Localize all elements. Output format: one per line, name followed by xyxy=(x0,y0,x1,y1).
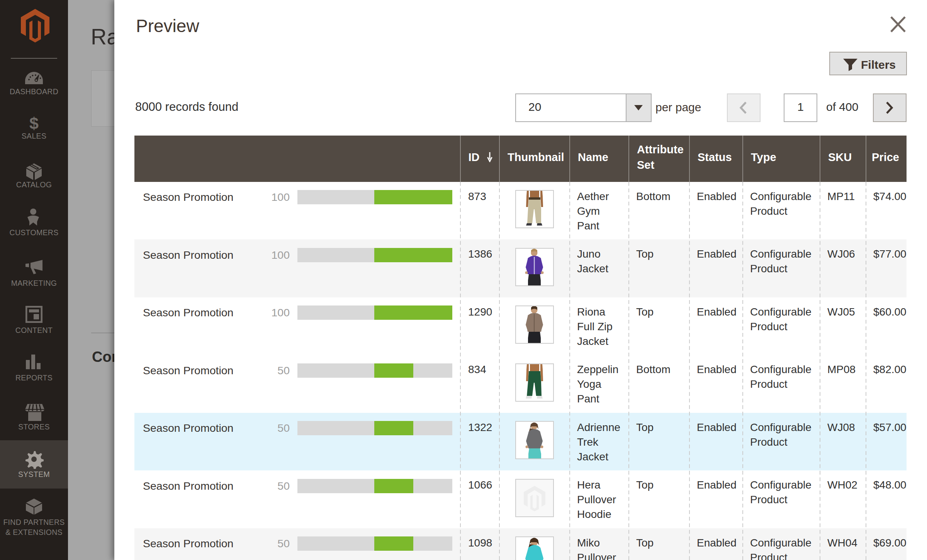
svg-text:$: $ xyxy=(29,115,39,132)
